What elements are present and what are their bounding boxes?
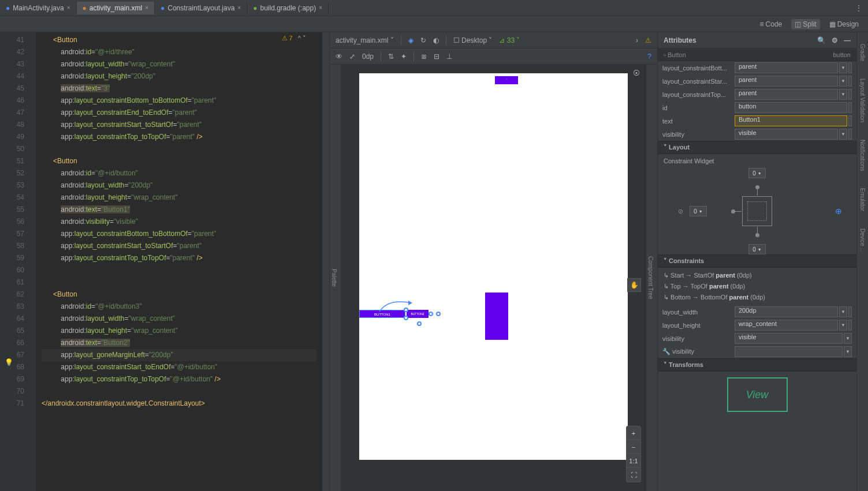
side-tool-tab[interactable]: Layout Validation — [859, 78, 866, 122]
dropdown-icon[interactable]: ▼ — [844, 333, 852, 344]
code-area[interactable]: <Button android:id="@+id/three" android:… — [36, 32, 322, 491]
tab-label: build.gradle (:app) — [260, 4, 316, 12]
attr-strip[interactable] — [848, 115, 852, 126]
orientation-icon[interactable]: ↻ — [420, 36, 426, 44]
side-tool-tab[interactable]: Device ... — [859, 228, 866, 253]
side-tool-tab[interactable]: Notifications — [859, 140, 866, 171]
dropdown-icon[interactable]: ▼ — [839, 76, 847, 87]
attr-strip[interactable] — [848, 129, 852, 140]
editor-scrollbar[interactable] — [322, 32, 329, 491]
close-icon[interactable]: × — [145, 5, 148, 11]
add-constraint-icon[interactable]: ⊕ — [835, 207, 842, 216]
zoom-out-button[interactable]: − — [627, 440, 640, 454]
toolbar-overflow[interactable]: › — [636, 36, 638, 44]
surface-icon[interactable]: ◈ — [408, 36, 413, 44]
zoom-icon[interactable]: ⤢ — [349, 53, 355, 61]
file-dropdown[interactable]: activity_main.xml ˅ — [336, 36, 394, 44]
file-tab[interactable]: ●ConstraintLayout.java× — [155, 2, 247, 14]
view-options-icon[interactable]: 👁 — [336, 53, 342, 61]
theme-icon[interactable]: ◐ — [433, 36, 439, 44]
dropdown-icon[interactable]: ▼ — [844, 346, 852, 357]
attr-strip[interactable] — [848, 320, 852, 331]
cw-margin-bottom[interactable]: 0 ▼ — [748, 244, 766, 254]
dropdown-icon[interactable]: ▼ — [839, 129, 847, 140]
attr-strip[interactable] — [848, 89, 852, 100]
preview-button-top[interactable]: , — [495, 76, 518, 84]
constraints-section[interactable]: ˅ Constraints — [658, 254, 856, 268]
side-tool-tab[interactable]: Emulator — [859, 188, 866, 211]
device-dropdown[interactable]: ☐ Desktop ˅ — [453, 36, 493, 44]
cw-margin-left[interactable]: 0 ▼ — [690, 206, 707, 216]
attr-value-input[interactable]: parent — [735, 76, 838, 87]
selection-handle[interactable] — [404, 316, 408, 320]
default-margin[interactable]: 0dp — [362, 53, 374, 61]
minimize-icon[interactable]: — — [844, 36, 851, 44]
file-tab[interactable]: ●activity_main.xml× — [77, 2, 155, 14]
search-icon[interactable]: 🔍 — [817, 36, 826, 44]
visibility-input[interactable]: visible — [735, 333, 843, 344]
attr-value-input[interactable]: parent — [735, 89, 838, 100]
attr-value-input[interactable]: parent — [735, 62, 838, 73]
layout-section[interactable]: ˅ Layout — [658, 141, 856, 154]
attr-label: id — [662, 104, 735, 111]
bias-slider-icon[interactable]: ⊘ — [678, 208, 683, 215]
layout-height-input[interactable]: wrap_content — [735, 320, 838, 331]
zoom-fit-button[interactable]: 1:1 — [627, 454, 640, 468]
pack-icon[interactable]: ⊟ — [434, 53, 439, 61]
dropdown-icon[interactable]: ▼ — [839, 62, 847, 73]
attr-strip[interactable] — [848, 76, 852, 87]
layout-width-input[interactable]: 200dp — [735, 306, 838, 317]
help-icon[interactable]: ? — [647, 53, 651, 61]
file-tab[interactable]: ●build.gradle (:app)× — [247, 2, 329, 14]
dropdown-icon[interactable]: ▼ — [839, 320, 847, 331]
transforms-widget[interactable]: View — [727, 377, 788, 412]
constraint-item[interactable]: ↳ Top → TopOf parent (0dp) — [664, 281, 851, 292]
pan-button[interactable]: ✋ — [627, 278, 641, 292]
selection-handle[interactable] — [417, 321, 422, 326]
preview-button-3[interactable] — [485, 293, 508, 340]
java-icon: ● — [161, 4, 165, 12]
attr-strip[interactable] — [848, 62, 852, 73]
align-icon[interactable]: ≣ — [421, 53, 427, 61]
code-view-button[interactable]: ≡ Code — [757, 19, 786, 29]
attr-value-input[interactable]: button — [735, 102, 847, 113]
settings-icon[interactable]: ⚙ — [832, 36, 838, 44]
editor-warnings[interactable]: ⚠ 7 ^ ˅ — [282, 35, 306, 42]
close-icon[interactable]: × — [319, 5, 322, 11]
guideline-icon[interactable]: ⊥ — [446, 53, 452, 61]
wand-icon[interactable]: ✦ — [401, 53, 407, 61]
infer-icon[interactable]: ⇅ — [388, 53, 394, 61]
java-icon: ● — [6, 4, 10, 12]
visibility-indicator-icon[interactable]: ⦿ — [633, 69, 640, 77]
constraint-item[interactable]: ↳ Start → StartOf parent (0dp) — [664, 270, 851, 281]
constraint-widget[interactable]: 0 ▼ 0 ▼ 0 ▼ ⊕ ⊘ — [658, 168, 856, 254]
cw-margin-top[interactable]: 0 ▼ — [748, 168, 766, 178]
selection-handle[interactable] — [436, 312, 441, 316]
file-tab[interactable]: ●MainActivity.java× — [0, 2, 77, 14]
constraint-item[interactable]: ↳ Bottom → BottomOf parent (0dp) — [664, 292, 851, 303]
bulb-icon[interactable]: 💡 — [5, 358, 13, 366]
cw-box[interactable] — [742, 196, 772, 226]
design-view-button[interactable]: ▦ Design — [826, 19, 862, 29]
side-tool-tab[interactable]: Gradle — [859, 44, 866, 61]
selection-handle[interactable] — [429, 312, 433, 316]
design-canvas[interactable]: , BUTTON1 BUTTON2 ⦿ + − 1:1 ⛶ — [341, 65, 646, 491]
zoom-expand-button[interactable]: ⛶ — [627, 468, 640, 482]
api-dropdown[interactable]: ⊿ 33 ˅ — [499, 36, 520, 44]
split-view-button[interactable]: ◫ Split — [791, 19, 819, 29]
transforms-section[interactable]: ˅ Transforms — [658, 358, 856, 372]
tools-visibility-input[interactable] — [735, 346, 843, 357]
attr-strip[interactable] — [848, 102, 852, 113]
warning-icon[interactable]: ⚠ — [645, 36, 651, 44]
palette-tab[interactable]: Palette — [330, 65, 341, 491]
dropdown-icon[interactable]: ▼ — [839, 89, 847, 100]
dropdown-icon[interactable]: ▼ — [839, 306, 847, 317]
close-icon[interactable]: × — [67, 5, 70, 11]
close-icon[interactable]: × — [237, 5, 241, 11]
attr-value-input[interactable]: Button1 — [735, 115, 847, 126]
overflow-menu-icon[interactable]: ⋮ — [850, 4, 868, 12]
attr-strip[interactable] — [848, 306, 852, 317]
attr-value-input[interactable]: visible — [735, 129, 838, 140]
component-tree-tab[interactable]: Component Tree — [646, 65, 657, 491]
zoom-in-button[interactable]: + — [627, 426, 640, 440]
